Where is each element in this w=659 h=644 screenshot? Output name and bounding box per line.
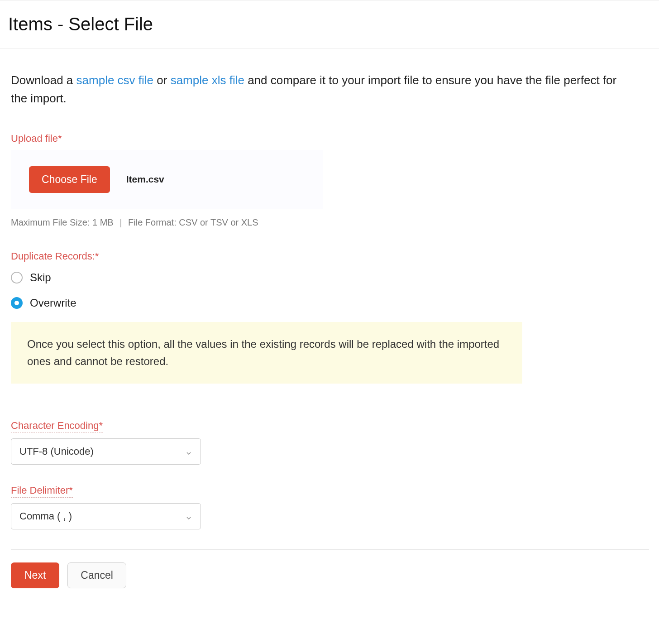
cancel-button[interactable]: Cancel (67, 562, 126, 588)
choose-file-button[interactable]: Choose File (29, 166, 110, 193)
sample-csv-link[interactable]: sample csv file (76, 73, 154, 87)
hint-format: File Format: CSV or TSV or XLS (128, 217, 258, 227)
upload-label: Upload file* (11, 133, 634, 144)
radio-overwrite[interactable]: Overwrite (11, 297, 634, 309)
radio-skip[interactable]: Skip (11, 271, 634, 284)
chevron-down-icon (185, 513, 192, 520)
encoding-label: Character Encoding* (11, 420, 103, 433)
intro-prefix: Download a (11, 73, 76, 87)
footer-actions: Next Cancel (11, 562, 634, 588)
radio-label: Overwrite (30, 297, 76, 309)
next-button[interactable]: Next (11, 562, 59, 588)
title-divider (0, 48, 659, 48)
page-title: Items - Select File (8, 14, 659, 34)
encoding-value: UTF-8 (Unicode) (19, 446, 94, 457)
delimiter-label: File Delimiter* (11, 485, 73, 498)
radio-label: Skip (30, 271, 51, 284)
footer-divider (11, 549, 649, 550)
hint-size: Maximum File Size: 1 MB (11, 217, 114, 227)
encoding-select[interactable]: UTF-8 (Unicode) (11, 438, 201, 465)
duplicates-radio-group: Skip Overwrite (11, 271, 634, 309)
overwrite-warning: Once you select this option, all the val… (11, 322, 522, 384)
hint-divider: | (119, 217, 122, 227)
chevron-down-icon (185, 448, 192, 455)
delimiter-value: Comma ( , ) (19, 510, 72, 522)
intro-text: Download a sample csv file or sample xls… (11, 71, 622, 108)
upload-hint: Maximum File Size: 1 MB | File Format: C… (11, 217, 634, 228)
radio-icon (11, 297, 23, 309)
duplicates-label: Duplicate Records:* (11, 250, 634, 262)
selected-file-name: Item.csv (126, 174, 164, 185)
intro-or: or (153, 73, 171, 87)
sample-xls-link[interactable]: sample xls file (171, 73, 244, 87)
radio-icon (11, 272, 23, 284)
delimiter-select[interactable]: Comma ( , ) (11, 503, 201, 529)
upload-card: Choose File Item.csv (11, 150, 323, 209)
